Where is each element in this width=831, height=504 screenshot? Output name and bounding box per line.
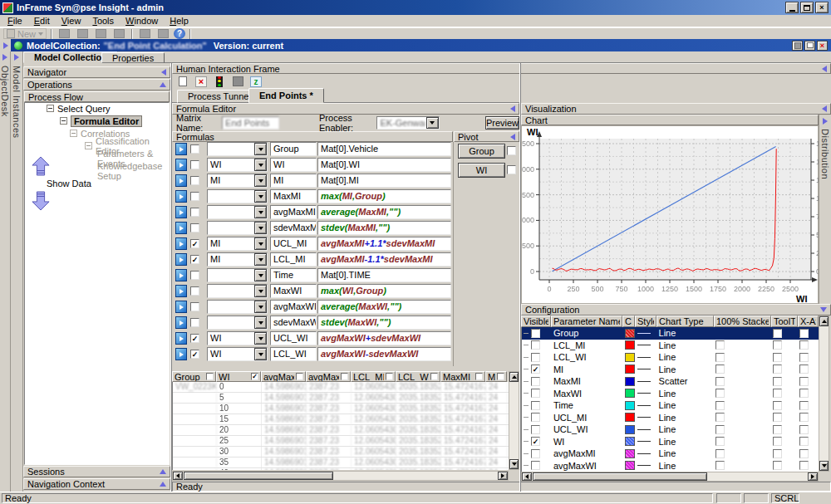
- formula-name-field[interactable]: LCL_MI: [270, 252, 317, 267]
- toolbar-icon-disabled-4[interactable]: [111, 28, 127, 39]
- color-swatch[interactable]: [625, 377, 635, 386]
- formula-visible-checkbox[interactable]: [190, 271, 199, 280]
- stacked-bar-checkbox[interactable]: [715, 340, 725, 350]
- collapse-left-icon[interactable]: [822, 66, 827, 72]
- color-swatch[interactable]: [625, 425, 635, 434]
- chart-type-cell[interactable]: Line: [657, 460, 715, 472]
- formula-transfer-icon[interactable]: [175, 253, 187, 266]
- formula-transfer-icon[interactable]: [175, 237, 187, 250]
- formula-name-field[interactable]: avgMaxMI: [270, 205, 317, 219]
- help-icon[interactable]: ?: [174, 28, 185, 39]
- pivot-checkbox-group[interactable]: [507, 146, 516, 155]
- color-swatch[interactable]: [625, 437, 635, 446]
- color-swatch[interactable]: [625, 329, 635, 338]
- config-row-lcl_wi[interactable]: LCL_WILine: [522, 351, 819, 364]
- config-horizontal-scrollbar[interactable]: [521, 472, 819, 482]
- visible-checkbox[interactable]: [531, 413, 540, 422]
- table-row[interactable]: 514.59869012387.2312.06054302035.1835215…: [173, 393, 509, 404]
- column-checkbox[interactable]: [475, 373, 483, 380]
- config-row-time[interactable]: TimeLine: [522, 399, 819, 412]
- visible-checkbox[interactable]: [531, 401, 540, 410]
- new-matrix-icon[interactable]: [175, 76, 190, 88]
- matrix-name-input[interactable]: End Points: [222, 116, 279, 130]
- menu-help[interactable]: Help: [164, 15, 194, 27]
- column-header-wi[interactable]: WI: [216, 371, 261, 382]
- traffic-light-icon[interactable]: [212, 76, 227, 88]
- x-axis-checkbox[interactable]: [799, 353, 809, 362]
- formula-transfer-icon[interactable]: [175, 190, 187, 203]
- tooltip-checkbox[interactable]: [773, 461, 782, 470]
- menu-view[interactable]: View: [56, 15, 87, 27]
- formula-transfer-icon[interactable]: [175, 159, 187, 171]
- tooltip-checkbox[interactable]: [773, 353, 782, 362]
- formula-visible-checkbox[interactable]: [190, 223, 199, 232]
- minimize-button[interactable]: [785, 2, 799, 13]
- formula-visible-checkbox[interactable]: [190, 334, 199, 343]
- style-cell[interactable]: [636, 399, 657, 412]
- x-axis-checkbox[interactable]: [799, 449, 809, 458]
- color-swatch[interactable]: [625, 365, 635, 374]
- tooltip-checkbox[interactable]: [773, 401, 782, 410]
- formula-expression-field[interactable]: Mat[0].Vehicle: [317, 142, 451, 156]
- sessions-header[interactable]: Sessions: [23, 466, 170, 477]
- dropdown-arrow-button[interactable]: [254, 348, 267, 360]
- tooltip-checkbox[interactable]: [773, 340, 782, 350]
- column-header-avgmaxmi[interactable]: avgMaxMI: [261, 371, 306, 382]
- stacked-bar-checkbox[interactable]: [715, 389, 725, 398]
- formula-expression-field[interactable]: avgMaxWI-sdevMaxWI: [317, 347, 451, 361]
- formula-expression-field[interactable]: avgMaxMI+1.1*sdevMaxMI: [317, 237, 451, 251]
- formula-expression-field[interactable]: max(MI,Group): [317, 189, 451, 203]
- visible-checkbox[interactable]: [531, 377, 540, 386]
- formula-transfer-icon[interactable]: [175, 269, 187, 281]
- chart-type-cell[interactable]: Scatter: [657, 375, 715, 388]
- formula-visible-checkbox[interactable]: [190, 208, 199, 217]
- expand-right-icon[interactable]: [2, 54, 7, 61]
- formula-axis-dropdown[interactable]: MI: [207, 237, 268, 251]
- tooltip-checkbox[interactable]: [773, 449, 782, 458]
- chart-type-cell[interactable]: Line: [657, 448, 715, 460]
- formula-transfer-icon[interactable]: [175, 174, 187, 187]
- collapse-left-icon[interactable]: [510, 134, 515, 140]
- column-checkbox[interactable]: [296, 373, 303, 380]
- formula-name-field[interactable]: MaxWI: [270, 284, 317, 298]
- column-checkbox[interactable]: [386, 373, 393, 380]
- config-column-style[interactable]: Style: [635, 316, 656, 327]
- column-header-lcl_mi[interactable]: LCL_MI: [351, 371, 396, 382]
- scroll-right-button[interactable]: [498, 472, 508, 480]
- chart-type-cell[interactable]: Line: [657, 340, 715, 352]
- table-row[interactable]: 3014.59869012387.2312.06054302035.183521…: [173, 447, 509, 458]
- formula-axis-dropdown[interactable]: [207, 205, 268, 219]
- formula-expression-field[interactable]: avgMaxWI+sdevMaxWI: [317, 331, 451, 345]
- visible-checkbox[interactable]: [531, 329, 540, 338]
- visible-checkbox[interactable]: [531, 340, 540, 350]
- formula-transfer-icon[interactable]: [175, 206, 187, 218]
- config-column-100-stacked-bar[interactable]: 100% Stacked Bar: [714, 316, 771, 327]
- config-row-avgmaxmi[interactable]: avgMaxMILine: [522, 448, 819, 460]
- preview-button[interactable]: Preview: [485, 116, 519, 130]
- config-column-tooltip[interactable]: ToolTip: [771, 316, 798, 327]
- x-axis-checkbox[interactable]: [799, 389, 809, 398]
- style-cell[interactable]: [636, 412, 657, 424]
- formula-transfer-icon[interactable]: [175, 222, 187, 234]
- formula-visible-checkbox[interactable]: [190, 302, 199, 311]
- table-row[interactable]: 4014.59869012387.2312.06054302035.183521…: [173, 468, 509, 470]
- collapse-left-icon[interactable]: [822, 105, 827, 112]
- column-header-m[interactable]: M: [485, 371, 507, 382]
- move-up-icon[interactable]: [32, 156, 50, 176]
- visible-checkbox[interactable]: [531, 425, 540, 434]
- formula-visible-checkbox[interactable]: [190, 286, 199, 296]
- column-header-lcl_wi[interactable]: LCL_WI: [396, 371, 440, 382]
- tree-item-formula-editor[interactable]: Formula Editor: [60, 115, 142, 126]
- collapse-up-icon[interactable]: [160, 469, 166, 474]
- formula-transfer-icon[interactable]: [175, 348, 187, 360]
- formula-visible-checkbox[interactable]: [190, 318, 199, 327]
- dropdown-arrow-button[interactable]: [254, 253, 267, 266]
- tooltip-checkbox[interactable]: [773, 329, 782, 338]
- dropdown-arrow-button[interactable]: [426, 117, 439, 129]
- style-cell[interactable]: [636, 448, 657, 460]
- collapse-up-icon[interactable]: [160, 82, 166, 87]
- color-swatch[interactable]: [625, 389, 635, 398]
- formula-name-field[interactable]: MaxMI: [270, 189, 317, 203]
- dropdown-arrow-button[interactable]: [254, 301, 267, 313]
- style-cell[interactable]: [636, 340, 657, 352]
